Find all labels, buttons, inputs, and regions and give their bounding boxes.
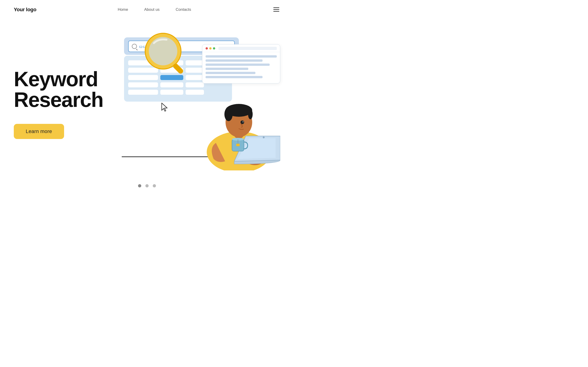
- hero-title: Keyword Research: [14, 69, 103, 110]
- browser-line: [206, 64, 270, 66]
- main-nav: Home About us Contacts: [118, 7, 191, 12]
- kt-cell: [128, 90, 158, 95]
- nav-home[interactable]: Home: [118, 7, 128, 12]
- svg-point-1: [149, 37, 177, 65]
- kt-cell: [160, 82, 183, 87]
- hero-illustration: ωωωω: [115, 33, 280, 170]
- svg-rect-2: [172, 63, 184, 75]
- svg-point-16: [242, 121, 244, 123]
- svg-point-13: [225, 107, 233, 121]
- browser-dot-green: [213, 47, 215, 50]
- svg-point-15: [241, 120, 244, 124]
- search-icon: [132, 44, 137, 49]
- hero-text-block: Keyword Research Learn more: [14, 64, 103, 139]
- browser-address-bar: [218, 47, 277, 50]
- kt-cell: [186, 60, 204, 65]
- svg-point-8: [237, 144, 239, 146]
- cursor-icon: [161, 102, 169, 113]
- hamburger-line-3: [273, 11, 279, 12]
- kt-cell: [128, 82, 158, 87]
- browser-dot-yellow: [209, 47, 212, 50]
- nav-contacts[interactable]: Contacts: [176, 7, 191, 12]
- logo: Your logo: [14, 7, 36, 13]
- magnify-svg: [142, 31, 188, 81]
- pagination-dot-3[interactable]: [153, 184, 156, 187]
- tea-mug: [230, 135, 248, 157]
- hamburger-menu[interactable]: [272, 6, 280, 13]
- kt-cell: [186, 68, 204, 73]
- pagination-dot-1[interactable]: [138, 184, 141, 187]
- hero-section: Keyword Research Learn more ωωωω: [0, 19, 294, 175]
- browser-dot-red: [206, 47, 208, 50]
- learn-more-button[interactable]: Learn more: [14, 124, 64, 139]
- pagination: [0, 175, 294, 194]
- browser-line: [206, 59, 262, 62]
- svg-marker-3: [162, 103, 167, 111]
- site-header: Your logo Home About us Contacts: [0, 0, 294, 19]
- hamburger-line-1: [273, 7, 279, 8]
- nav-about[interactable]: About us: [144, 7, 160, 12]
- svg-point-14: [248, 109, 253, 119]
- browser-line: [206, 55, 277, 58]
- magnify-glass-icon: [142, 31, 188, 81]
- kt-cell: [160, 90, 183, 95]
- pagination-dot-2[interactable]: [145, 184, 149, 187]
- hamburger-line-2: [273, 9, 279, 10]
- browser-line: [206, 68, 248, 70]
- svg-point-18: [263, 136, 265, 138]
- browser-line: [206, 72, 255, 74]
- browser-titlebar: [202, 44, 280, 52]
